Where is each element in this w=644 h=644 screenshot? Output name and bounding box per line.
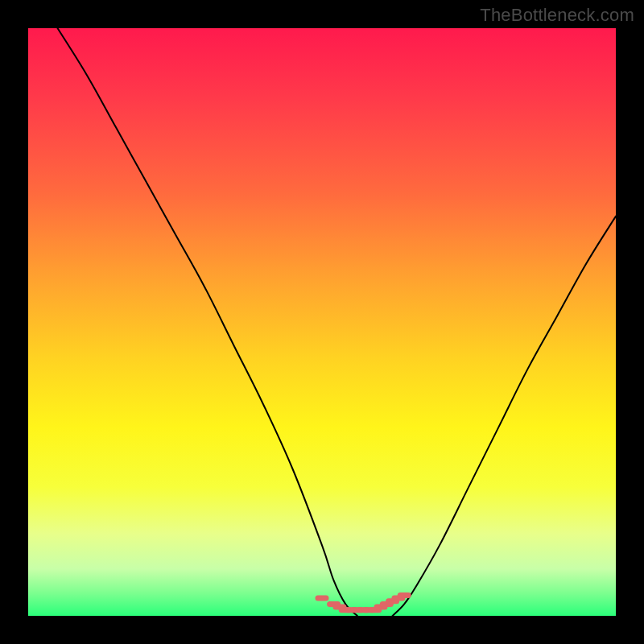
valley-scatter <box>318 595 408 609</box>
curve-right-branch <box>393 217 616 616</box>
chart-frame: TheBottleneck.com <box>0 0 644 644</box>
plot-area <box>28 28 616 616</box>
curve-layer <box>28 28 616 616</box>
watermark-text: TheBottleneck.com <box>480 5 634 26</box>
curve-left-branch <box>58 28 357 616</box>
